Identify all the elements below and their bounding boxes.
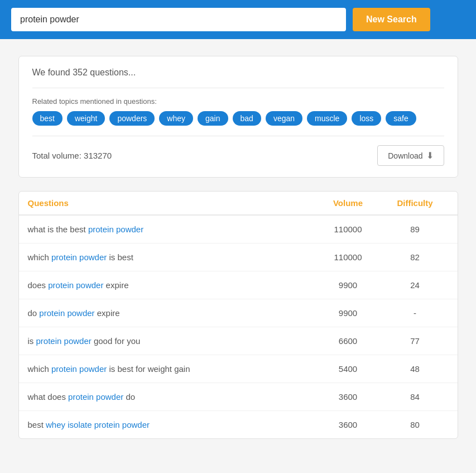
volume-value: 6600 [315, 336, 382, 346]
volume-value: 3600 [315, 420, 382, 429]
table-row[interactable]: is protein powder good for you660077 [19, 327, 458, 355]
tag-muscle[interactable]: muscle [307, 111, 347, 126]
tags-row: bestweightpowderswheygainbadveganmusclel… [32, 111, 444, 126]
col-difficulty-header: Difficulty [382, 198, 449, 208]
tag-gain[interactable]: gain [198, 111, 228, 126]
table-row[interactable]: does protein powder expire990024 [19, 271, 458, 299]
question-text: best whey isolate protein powder [28, 419, 315, 431]
question-text: which protein powder is best for weight … [28, 363, 315, 375]
table-row[interactable]: do protein powder expire9900- [19, 299, 458, 327]
volume-value: 3600 [315, 392, 382, 402]
highlight-word: protein [39, 308, 65, 318]
table-body: what is the best protein powder11000089w… [19, 216, 458, 438]
difficulty-value: 77 [382, 336, 449, 346]
highlight-word: protein [68, 392, 94, 402]
volume-value: 110000 [315, 252, 382, 262]
table-row[interactable]: which protein powder is best for weight … [19, 355, 458, 383]
question-text: which protein powder is best [28, 251, 315, 263]
tag-vegan[interactable]: vegan [266, 111, 302, 126]
highlight-word: powder [67, 308, 94, 318]
difficulty-value: 84 [382, 392, 449, 402]
found-text: We found 352 questions... [32, 68, 444, 78]
highlight-word: powder [76, 280, 103, 290]
highlight-word: protein [48, 280, 74, 290]
highlight-word: protein [36, 336, 62, 346]
highlight-word: protein [51, 364, 77, 374]
question-text: does protein powder expire [28, 279, 315, 291]
col-volume-header: Volume [315, 198, 382, 208]
download-icon: ⬇ [426, 150, 434, 161]
table-row[interactable]: best whey isolate protein powder360080 [19, 411, 458, 438]
volume-row: Total volume: 313270 Download ⬇ [32, 136, 444, 166]
tag-whey[interactable]: whey [159, 111, 193, 126]
volume-value: 5400 [315, 364, 382, 374]
difficulty-value: 48 [382, 364, 449, 374]
difficulty-value: 89 [382, 224, 449, 234]
difficulty-value: - [382, 308, 449, 318]
related-label: Related topics mentioned in questions: [32, 97, 444, 106]
highlight-word: protein [88, 224, 114, 234]
table-header: Questions Volume Difficulty [19, 192, 458, 216]
highlight-word: isolate [68, 420, 92, 429]
highlight-word: powder [122, 420, 150, 429]
volume-value: 9900 [315, 308, 382, 318]
download-button[interactable]: Download ⬇ [377, 145, 444, 166]
highlight-word: powder [96, 392, 123, 402]
highlight-word: powder [79, 364, 107, 374]
tag-best[interactable]: best [32, 111, 62, 126]
highlight-word: powder [116, 224, 143, 234]
highlight-word: protein [51, 252, 77, 262]
tag-weight[interactable]: weight [67, 111, 105, 126]
results-table: Questions Volume Difficulty what is the … [18, 191, 458, 439]
search-input[interactable] [11, 8, 346, 31]
col-questions-header: Questions [28, 198, 315, 208]
highlight-word: powder [79, 252, 107, 262]
difficulty-value: 82 [382, 252, 449, 262]
question-text: do protein powder expire [28, 307, 315, 319]
volume-value: 9900 [315, 280, 382, 290]
question-text: is protein powder good for you [28, 335, 315, 347]
tag-bad[interactable]: bad [233, 111, 261, 126]
main-content: We found 352 questions... Related topics… [9, 56, 467, 439]
volume-value: 110000 [315, 224, 382, 234]
tag-safe[interactable]: safe [386, 111, 416, 126]
difficulty-value: 24 [382, 280, 449, 290]
total-volume: Total volume: 313270 [32, 151, 112, 160]
difficulty-value: 80 [382, 420, 449, 429]
summary-card: We found 352 questions... Related topics… [18, 56, 458, 178]
highlight-word: powder [64, 336, 92, 346]
highlight-word: whey [46, 420, 65, 429]
related-section: Related topics mentioned in questions: b… [32, 88, 444, 126]
highlight-word: protein [94, 420, 120, 429]
table-row[interactable]: what does protein powder do360084 [19, 383, 458, 411]
question-text: what is the best protein powder [28, 223, 315, 235]
tag-powders[interactable]: powders [109, 111, 155, 126]
new-search-button[interactable]: New Search [353, 8, 430, 31]
table-row[interactable]: which protein powder is best11000082 [19, 243, 458, 271]
table-row[interactable]: what is the best protein powder11000089 [19, 216, 458, 243]
tag-loss[interactable]: loss [352, 111, 381, 126]
download-label: Download [388, 151, 422, 160]
header: New Search [0, 0, 476, 39]
question-text: what does protein powder do [28, 391, 315, 403]
